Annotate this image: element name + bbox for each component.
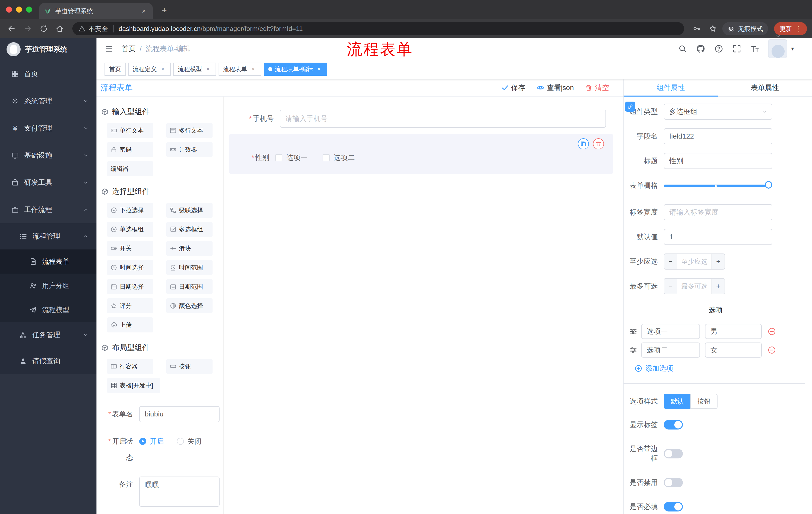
- forward-button[interactable]: [21, 22, 34, 35]
- password-key-icon[interactable]: [690, 22, 703, 35]
- selected-gender-field[interactable]: *性别 选项一 选项二: [229, 134, 613, 174]
- slider-handle[interactable]: [765, 181, 772, 189]
- gender-option-2-checkbox[interactable]: 选项二: [323, 153, 355, 162]
- border-toggle[interactable]: [664, 449, 683, 458]
- status-on-radio[interactable]: 开启: [139, 437, 164, 446]
- address-bar[interactable]: 不安全 dashboard.yudao.iocoder.cn /bpm/mana…: [72, 22, 684, 35]
- tag-home[interactable]: 首页: [105, 63, 126, 76]
- palette-item-date-range[interactable]: 日期范围: [166, 279, 212, 294]
- palette-item-select[interactable]: 下拉选择: [107, 203, 153, 218]
- save-button[interactable]: 保存: [501, 83, 525, 92]
- status-off-radio[interactable]: 关闭: [177, 437, 202, 446]
- default-value-input[interactable]: [664, 229, 772, 245]
- palette-item-color-picker[interactable]: 颜色选择: [166, 298, 212, 313]
- form-name-input[interactable]: [139, 406, 220, 422]
- palette-item-slider[interactable]: 滑块: [166, 241, 212, 256]
- gender-option-1-checkbox[interactable]: 选项一: [276, 153, 308, 162]
- search-icon[interactable]: [677, 44, 688, 54]
- max-select-value[interactable]: 最多可选: [677, 279, 712, 294]
- delete-field-button[interactable]: [593, 138, 604, 150]
- link-icon[interactable]: [625, 102, 635, 112]
- sidebar-collapse-icon[interactable]: [103, 42, 116, 55]
- sidebar-item-process-management[interactable]: 流程管理: [0, 223, 96, 249]
- back-button[interactable]: [5, 22, 18, 35]
- palette-item-upload[interactable]: 上传: [107, 317, 153, 332]
- palette-item-time-range[interactable]: 时间范围: [166, 260, 212, 275]
- sidebar-item-payment-management[interactable]: ¥ 支付管理: [0, 115, 96, 142]
- browser-menu-icon[interactable]: ⋮: [795, 25, 802, 32]
- palette-item-cascader[interactable]: 级联选择: [166, 203, 212, 218]
- phone-field-row[interactable]: *手机号: [229, 110, 623, 128]
- form-grid-slider[interactable]: [664, 178, 772, 194]
- toolbar-chevron-icon[interactable]: [775, 33, 781, 39]
- form-remark-textarea[interactable]: 嘿嘿: [139, 477, 220, 507]
- required-toggle[interactable]: [664, 502, 683, 512]
- palette-item-radio-group[interactable]: 单选框组: [107, 222, 153, 237]
- drag-handle-icon[interactable]: [630, 346, 637, 354]
- palette-item-button[interactable]: 按钮: [166, 359, 212, 374]
- close-icon[interactable]: ×: [159, 65, 166, 73]
- avatar-caret-icon[interactable]: ▾: [791, 46, 794, 52]
- palette-item-counter[interactable]: 计数器: [166, 142, 212, 157]
- style-button-button[interactable]: 按钮: [690, 394, 718, 409]
- drag-handle-icon[interactable]: [630, 328, 637, 335]
- tab-form-properties[interactable]: 表单属性: [718, 79, 812, 96]
- palette-item-switch[interactable]: 开关: [107, 241, 153, 256]
- clear-button[interactable]: 清空: [585, 83, 609, 92]
- remove-option-icon[interactable]: [768, 346, 776, 354]
- breadcrumb-home[interactable]: 首页: [122, 44, 136, 54]
- home-button[interactable]: [53, 22, 66, 35]
- palette-item-editor[interactable]: 编辑器: [107, 161, 153, 176]
- sidebar-item-task-management[interactable]: 任务管理: [0, 322, 96, 348]
- tab-close-icon[interactable]: ×: [140, 7, 148, 15]
- sidebar-item-infrastructure[interactable]: 基础设施: [0, 142, 96, 169]
- close-icon[interactable]: ×: [316, 65, 323, 73]
- palette-item-date-picker[interactable]: 日期选择: [107, 279, 153, 294]
- sidebar-item-leave-query[interactable]: 请假查询: [0, 348, 96, 374]
- phone-input[interactable]: [280, 110, 606, 128]
- palette-item-single-line-text[interactable]: 单行文本: [107, 123, 153, 138]
- field-name-input[interactable]: [664, 128, 772, 144]
- show-label-toggle[interactable]: [664, 420, 683, 430]
- min-select-value[interactable]: 至少应选: [677, 254, 712, 269]
- disabled-toggle[interactable]: [664, 478, 683, 487]
- user-avatar[interactable]: [768, 39, 787, 58]
- tab-component-properties[interactable]: 组件属性: [624, 79, 718, 96]
- option-value-input[interactable]: [705, 324, 762, 339]
- decrease-button[interactable]: −: [664, 279, 677, 294]
- window-close-button[interactable]: [6, 6, 12, 12]
- reload-button[interactable]: [37, 22, 50, 35]
- help-icon[interactable]: [714, 44, 724, 54]
- window-zoom-button[interactable]: [26, 6, 32, 12]
- copy-field-button[interactable]: [578, 138, 589, 150]
- sidebar-item-process-form[interactable]: 流程表单: [0, 249, 96, 274]
- option-label-input[interactable]: [641, 343, 700, 358]
- new-tab-button[interactable]: +: [159, 4, 170, 16]
- tag-process-form[interactable]: 流程表单 ×: [219, 63, 261, 76]
- palette-item-table[interactable]: 表格[开发中]: [107, 378, 160, 393]
- bookmark-star-icon[interactable]: [706, 22, 719, 35]
- component-type-select[interactable]: 多选框组: [664, 104, 772, 120]
- sidebar-item-system-management[interactable]: 系统管理: [0, 87, 96, 115]
- tag-process-form-edit[interactable]: 流程表单-编辑 ×: [264, 63, 327, 76]
- browser-tab[interactable]: 芋道管理系统 ×: [39, 3, 153, 19]
- palette-item-checkbox-group[interactable]: 多选框组: [166, 222, 212, 237]
- palette-item-multi-line-text[interactable]: 多行文本: [166, 123, 212, 138]
- close-icon[interactable]: ×: [204, 65, 211, 73]
- title-input[interactable]: [664, 153, 772, 169]
- remove-option-icon[interactable]: [768, 327, 776, 335]
- style-default-button[interactable]: 默认: [664, 394, 691, 409]
- palette-item-rate[interactable]: 评分: [107, 298, 153, 313]
- sidebar-item-process-model[interactable]: 流程模型: [0, 298, 96, 322]
- option-value-input[interactable]: [705, 343, 762, 358]
- palette-item-row-container[interactable]: 行容器: [107, 359, 153, 374]
- option-label-input[interactable]: [641, 324, 700, 339]
- increase-button[interactable]: +: [712, 279, 725, 294]
- add-option-button[interactable]: 添加选项: [635, 363, 812, 373]
- sidebar-item-user-group[interactable]: 用户分组: [0, 274, 96, 298]
- font-size-icon[interactable]: [750, 44, 760, 54]
- sidebar-item-workflow[interactable]: 工作流程: [0, 196, 96, 223]
- tag-process-model[interactable]: 流程模型 ×: [173, 63, 216, 76]
- increase-button[interactable]: +: [712, 254, 725, 269]
- label-width-input[interactable]: [664, 204, 772, 220]
